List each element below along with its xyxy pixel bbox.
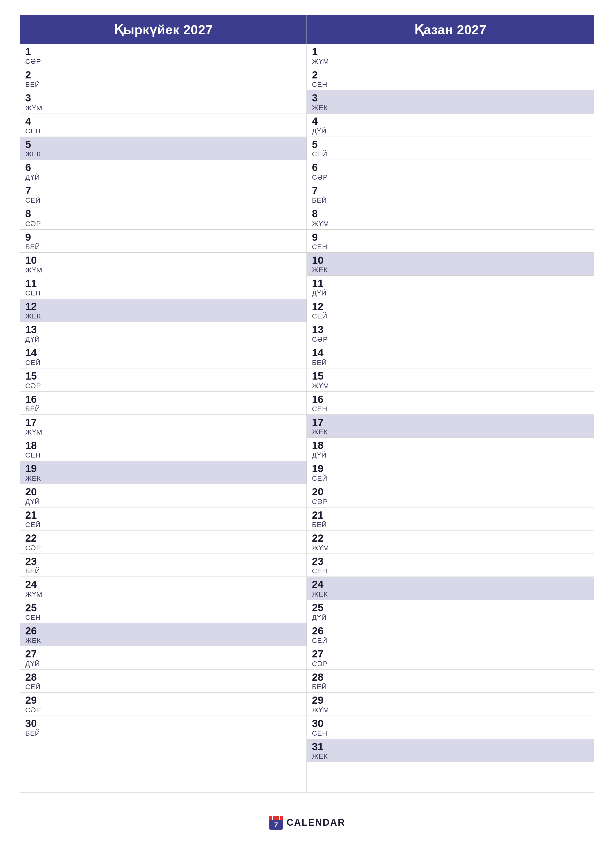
oct-day-name-22: ЖҮМ	[312, 544, 589, 552]
calendar-grid: Қыркүйек 2027 1 СӘР 2 БЕЙ 3 ЖҮМ 4 СЕН 5 …	[20, 15, 594, 853]
oct-day-name-28: БЕЙ	[312, 683, 589, 691]
oct-day-7: 7 БЕЙ	[307, 183, 594, 206]
sep-day-16: 16 БЕЙ	[20, 392, 306, 415]
oct-day-number-19: 19	[312, 463, 589, 474]
sep-day-number-11: 11	[25, 278, 302, 289]
oct-day-number-2: 2	[312, 69, 589, 81]
oct-day-8: 8 ЖҮМ	[307, 206, 594, 229]
oct-day-number-8: 8	[312, 208, 589, 220]
logo-text: CALENDAR	[286, 817, 345, 828]
sep-day-number-23: 23	[25, 556, 302, 567]
oct-day-5: 5 СЕЙ	[307, 137, 594, 160]
oct-day-name-31: ЖЕК	[312, 752, 589, 760]
oct-day-number-21: 21	[312, 510, 589, 521]
sep-day-name-25: СЕН	[25, 614, 302, 622]
sep-day-number-16: 16	[25, 394, 302, 405]
oct-day-30: 30 СЕН	[307, 716, 594, 739]
sep-day-name-17: ЖҮМ	[25, 428, 302, 436]
oct-day-number-29: 29	[312, 694, 589, 706]
sep-day-name-10: ЖҮМ	[25, 266, 302, 274]
sep-day-number-14: 14	[25, 347, 302, 358]
sep-day-7: 7 СЕЙ	[20, 183, 306, 206]
sep-day-name-9: БЕЙ	[25, 243, 302, 251]
sep-day-1: 1 СӘР	[20, 44, 306, 67]
page: Қыркүйек 2027 1 СӘР 2 БЕЙ 3 ЖҮМ 4 СЕН 5 …	[0, 0, 614, 868]
oct-day-name-6: СӘР	[312, 173, 589, 181]
sep-day-2: 2 БЕЙ	[20, 67, 306, 90]
oct-day-number-14: 14	[312, 347, 589, 358]
oct-day-name-9: СЕН	[312, 243, 589, 251]
sep-day-number-19: 19	[25, 463, 302, 474]
sep-day-20: 20 ДҮЙ	[20, 484, 306, 507]
sep-day-number-17: 17	[25, 417, 302, 428]
oct-day-12: 12 СЕЙ	[307, 299, 594, 322]
oct-day-name-1: ЖҮМ	[312, 57, 589, 65]
oct-day-name-18: ДҮЙ	[312, 451, 589, 459]
oct-day-number-24: 24	[312, 579, 589, 590]
oct-day-27: 27 СӘР	[307, 646, 594, 670]
sep-day-name-22: СӘР	[25, 544, 302, 552]
svg-rect-2	[269, 819, 283, 820]
oct-day-number-17: 17	[312, 417, 589, 428]
sep-day-number-12: 12	[25, 301, 302, 312]
oct-day-number-28: 28	[312, 671, 589, 683]
sep-day-17: 17 ЖҮМ	[20, 415, 306, 438]
sep-day-name-4: СЕН	[25, 127, 302, 135]
oct-day-13: 13 СӘР	[307, 322, 594, 345]
oct-day-6: 6 СӘР	[307, 160, 594, 183]
sep-day-23: 23 БЕЙ	[20, 554, 306, 577]
oct-day-16: 16 СЕН	[307, 392, 594, 415]
september-header: Қыркүйек 2027	[20, 16, 306, 44]
sep-day-21: 21 СЕЙ	[20, 507, 306, 530]
sep-day-number-22: 22	[25, 532, 302, 544]
oct-day-22: 22 ЖҮМ	[307, 530, 594, 554]
oct-day-number-5: 5	[312, 139, 589, 150]
oct-day-number-7: 7	[312, 185, 589, 197]
oct-day-name-25: ДҮЙ	[312, 614, 589, 622]
october-days: 1 ЖҮМ 2 СЕН 3 ЖЕК 4 ДҮЙ 5 СЕЙ 6 СӘР 7 БЕ…	[307, 44, 594, 792]
sep-day-number-7: 7	[25, 185, 302, 197]
oct-day-name-4: ДҮЙ	[312, 127, 589, 135]
oct-day-name-19: СЕЙ	[312, 474, 589, 482]
sep-day-15: 15 СӘР	[20, 369, 306, 392]
sep-day-30: 30 БЕЙ	[20, 716, 306, 739]
october-title: Қазан 2027	[414, 23, 487, 37]
sep-day-name-24: ЖҮМ	[25, 591, 302, 598]
svg-text:7: 7	[274, 821, 278, 829]
sep-day-name-1: СӘР	[25, 57, 302, 65]
oct-day-name-3: ЖЕК	[312, 104, 589, 112]
sep-day-name-2: БЕЙ	[25, 81, 302, 88]
sep-day-19: 19 ЖЕК	[20, 461, 306, 484]
sep-day-number-18: 18	[25, 440, 302, 451]
oct-day-name-14: БЕЙ	[312, 359, 589, 367]
oct-day-31: 31 ЖЕК	[307, 739, 594, 762]
sep-day-number-20: 20	[25, 486, 302, 498]
oct-day-name-15: ЖҮМ	[312, 382, 589, 390]
oct-day-name-2: СЕН	[312, 81, 589, 88]
sep-day-name-30: БЕЙ	[25, 729, 302, 737]
sep-day-18: 18 СЕН	[20, 438, 306, 461]
oct-day-number-11: 11	[312, 277, 589, 289]
sep-day-3: 3 ЖҮМ	[20, 90, 306, 113]
oct-day-11: 11 ДҮЙ	[307, 276, 594, 299]
oct-day-name-29: ЖҮМ	[312, 706, 589, 714]
oct-day-number-27: 27	[312, 648, 589, 660]
oct-day-10: 10 ЖЕК	[307, 253, 594, 276]
sep-day-name-6: ДҮЙ	[25, 173, 302, 181]
oct-day-number-1: 1	[312, 46, 589, 57]
oct-day-9: 9 СЕН	[307, 229, 594, 253]
sep-day-number-6: 6	[25, 162, 302, 173]
oct-day-4: 4 ДҮЙ	[307, 113, 594, 137]
oct-day-name-13: СӘР	[312, 335, 589, 343]
sep-day-name-15: СӘР	[25, 382, 302, 390]
oct-day-2: 2 СЕН	[307, 67, 594, 90]
oct-day-number-4: 4	[312, 116, 589, 127]
oct-day-29: 29 ЖҮМ	[307, 693, 594, 716]
sep-day-name-18: СЕН	[25, 451, 302, 459]
oct-day-number-23: 23	[312, 556, 589, 567]
oct-day-23: 23 СЕН	[307, 554, 594, 577]
sep-day-name-26: ЖЕК	[25, 637, 302, 645]
sep-day-name-20: ДҮЙ	[25, 498, 302, 506]
sep-day-name-12: ЖЕК	[25, 312, 302, 320]
sep-day-number-8: 8	[25, 208, 302, 220]
